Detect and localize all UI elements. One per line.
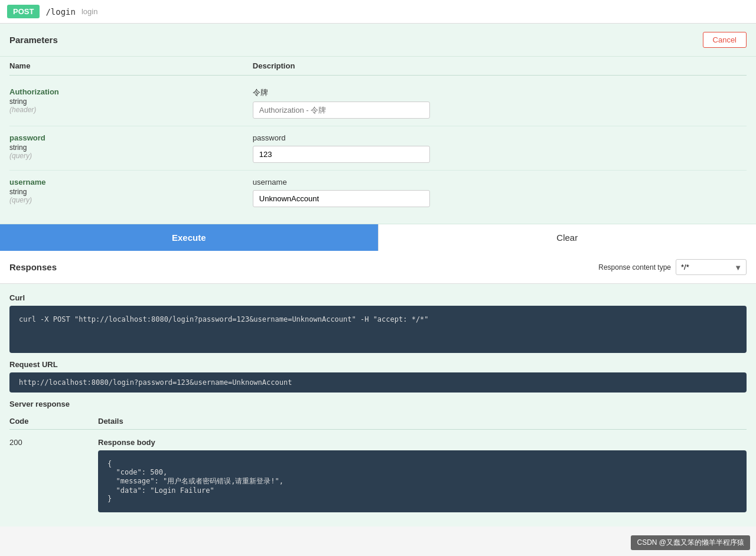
- param-name-col-authorization: Authorization string (header): [9, 87, 253, 114]
- param-desc-label-password: password: [253, 133, 747, 142]
- response-body-block: { "code": 500, "message": "用户名或者密码错误,请重新…: [98, 450, 747, 512]
- response-row: 200 Response body { "code": 500, "messag…: [9, 433, 747, 517]
- param-row-username: username string (query) username: [9, 171, 747, 214]
- params-table: Name Description Authorization string (h…: [0, 57, 756, 224]
- col-desc-header: Description: [253, 61, 747, 70]
- response-details: Response body { "code": 500, "message": …: [98, 438, 747, 512]
- top-bar: POST /login login: [0, 0, 756, 24]
- parameters-title: Parameters: [9, 35, 58, 45]
- content-type-area: Response content type */* ▼: [598, 259, 747, 275]
- param-row-password: password string (query) password: [9, 126, 747, 171]
- details-col-header: Details: [98, 417, 747, 426]
- request-url-section: Request URL http://localhost:8080/login?…: [9, 360, 747, 393]
- responses-title: Responses: [9, 262, 57, 272]
- content-type-select-wrapper[interactable]: */* ▼: [676, 259, 747, 275]
- request-url-block: http://localhost:8080/login?password=123…: [9, 372, 747, 393]
- param-desc-col-authorization: 令牌: [253, 87, 747, 119]
- code-col-header: Code: [9, 417, 98, 426]
- curl-code-block: curl -X POST "http://localhost:8080/logi…: [9, 306, 747, 353]
- response-code: 200: [9, 438, 98, 447]
- response-body-label: Response body: [98, 438, 747, 447]
- request-url-label: Request URL: [9, 360, 747, 369]
- param-location-username: (query): [9, 196, 253, 204]
- param-name-col-password: password string (query): [9, 133, 253, 160]
- cancel-button[interactable]: Cancel: [703, 32, 747, 48]
- response-content: Curl curl -X POST "http://localhost:8080…: [0, 284, 756, 526]
- execute-button[interactable]: Execute: [0, 224, 378, 251]
- clear-button[interactable]: Clear: [378, 224, 757, 251]
- param-location-authorization: (header): [9, 106, 253, 114]
- server-response-section: Server response Code Details 200 Respons…: [9, 400, 747, 517]
- param-type-password: string: [9, 143, 253, 152]
- param-desc-col-password: password: [253, 133, 747, 163]
- params-table-header: Name Description: [9, 57, 747, 76]
- action-row: Execute Clear: [0, 224, 756, 251]
- param-name-username: username: [9, 178, 253, 187]
- param-input-username[interactable]: [253, 190, 430, 207]
- param-input-password[interactable]: [253, 146, 430, 163]
- responses-header: Responses Response content type */* ▼: [0, 251, 756, 284]
- parameters-section: Parameters Cancel Name Description Autho…: [0, 24, 756, 251]
- param-desc-label-authorization: 令牌: [253, 87, 747, 98]
- param-name-password: password: [9, 133, 253, 142]
- curl-section: Curl curl -X POST "http://localhost:8080…: [9, 293, 747, 353]
- param-name-authorization: Authorization: [9, 87, 253, 96]
- parameters-header: Parameters Cancel: [0, 24, 756, 57]
- param-input-authorization[interactable]: [253, 102, 430, 119]
- endpoint-description: login: [82, 7, 97, 16]
- content-type-select[interactable]: */*: [676, 259, 747, 275]
- content-type-label: Response content type: [598, 263, 671, 272]
- server-response-label: Server response: [9, 400, 747, 408]
- response-table-header: Code Details: [9, 413, 747, 430]
- param-type-username: string: [9, 188, 253, 196]
- col-name-header: Name: [9, 61, 253, 70]
- param-name-col-username: username string (query): [9, 178, 253, 204]
- param-row-authorization: Authorization string (header) 令牌: [9, 80, 747, 126]
- param-location-password: (query): [9, 152, 253, 160]
- param-desc-label-username: username: [253, 178, 747, 187]
- endpoint-path: /login: [45, 7, 76, 17]
- method-badge: POST: [7, 5, 40, 18]
- param-type-authorization: string: [9, 97, 253, 106]
- param-desc-col-username: username: [253, 178, 747, 207]
- curl-label: Curl: [9, 293, 747, 302]
